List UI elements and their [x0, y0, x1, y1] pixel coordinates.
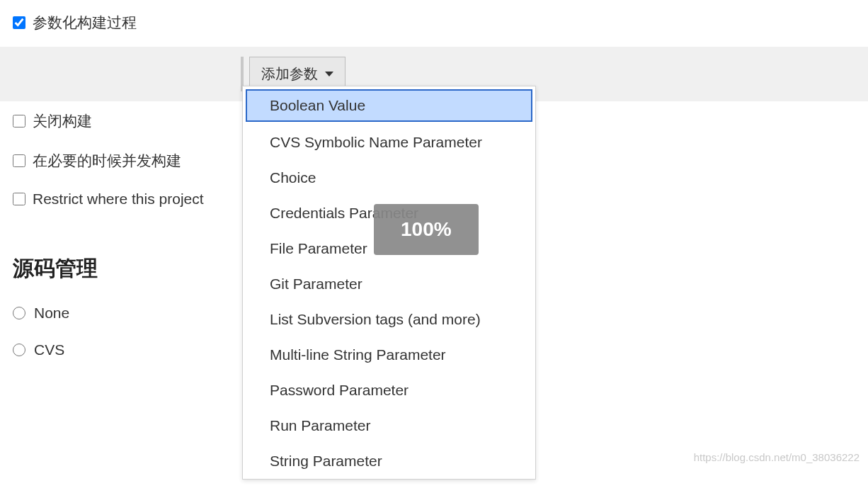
watermark-text: https://blog.csdn.net/m0_38036222 — [694, 451, 860, 463]
add-parameter-button-label: 添加参数 — [261, 64, 318, 84]
disable-build-label[interactable]: 关闭构建 — [33, 111, 92, 131]
dropdown-item-git[interactable]: Git Parameter — [243, 266, 535, 302]
concurrent-build-label[interactable]: 在必要的时候并发构建 — [33, 151, 181, 171]
restrict-where-checkbox[interactable] — [13, 193, 25, 205]
parametrized-build-checkbox[interactable] — [13, 16, 25, 29]
parametrized-build-checkbox-wrapper: 参数化构建过程 — [13, 4, 855, 41]
dropdown-item-multiline[interactable]: Multi-line String Parameter — [243, 337, 535, 373]
dropdown-item-boolean-value[interactable]: Boolean Value — [246, 89, 532, 122]
caret-down-icon — [325, 72, 333, 76]
scm-radio-cvs-label[interactable]: CVS — [34, 341, 64, 358]
dropdown-item-password[interactable]: Password Parameter — [243, 373, 535, 408]
zoom-overlay: 100% — [374, 204, 479, 255]
dropdown-item-cvs-symbolic[interactable]: CVS Symbolic Name Parameter — [243, 125, 535, 160]
disable-build-checkbox[interactable] — [13, 115, 25, 128]
dropdown-item-list-svn[interactable]: List Subversion tags (and more) — [243, 302, 535, 337]
scm-radio-none-label[interactable]: None — [34, 305, 69, 322]
scm-radio-none[interactable] — [13, 307, 25, 319]
dropdown-item-string[interactable]: String Parameter — [243, 443, 535, 479]
concurrent-build-checkbox[interactable] — [13, 154, 25, 167]
dropdown-item-run[interactable]: Run Parameter — [243, 408, 535, 443]
scm-radio-cvs[interactable] — [13, 344, 25, 356]
add-parameter-dropdown: Boolean Value CVS Symbolic Name Paramete… — [242, 86, 536, 480]
dropdown-item-choice[interactable]: Choice — [243, 160, 535, 196]
restrict-where-label[interactable]: Restrict where this project — [33, 191, 204, 208]
parametrized-build-label[interactable]: 参数化构建过程 — [33, 13, 137, 33]
parametrized-build-row: 参数化构建过程 — [0, 0, 868, 47]
